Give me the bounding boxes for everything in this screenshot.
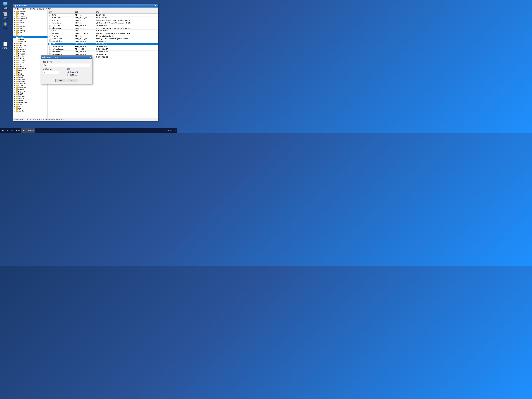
folder-icon — [16, 85, 18, 87]
tree-item[interactable]: ▶NetbiosSml — [13, 91, 48, 93]
tree-item[interactable]: ▶mouhid — [13, 28, 48, 30]
tree-item[interactable]: ▶mouclass — [13, 25, 48, 28]
tree-item[interactable]: ▶mausbip — [13, 13, 48, 15]
table-row[interactable]: StartREG_DWORD0x00000003 (3) — [48, 43, 158, 45]
dialog-data-input[interactable] — [43, 71, 59, 74]
dec-radio[interactable] — [67, 74, 69, 76]
tree-item[interactable]: ▶mountmgr — [13, 30, 48, 32]
table-row[interactable]: abDependOnServ...REG_MULTI_SZmpsdrv bfe … — [48, 17, 158, 19]
desktop-icon-recycle[interactable]: 回收站 — [1, 11, 10, 19]
tree-item-label: mouclass — [18, 25, 25, 27]
tree-item[interactable]: ▶megasr — [13, 19, 48, 21]
menu-help[interactable]: 帮助(H) — [45, 7, 52, 10]
tree-item[interactable]: ▶Netman — [13, 97, 48, 99]
ok-button[interactable]: 确定 — [55, 79, 66, 82]
tree-item[interactable]: ▶mshidkmdf — [13, 49, 48, 51]
value-data-cell: NetworkProvider — [95, 30, 158, 32]
tree-item[interactable]: ▶netprofm — [13, 99, 48, 101]
tree-item[interactable]: ▶megasas2i — [13, 15, 48, 17]
value-type-cell: REG_DWORD — [74, 51, 95, 53]
tree-toggle-icon: ▶ — [14, 17, 16, 19]
tree-item[interactable]: ▼mpssvc — [13, 36, 48, 38]
folder-icon — [16, 76, 18, 78]
tree-item-label: mpsdrv — [18, 34, 23, 36]
value-name-cell: ab(默认) — [48, 14, 74, 17]
tree-item[interactable]: ▶mrxsmb20 — [13, 44, 48, 47]
tree-item[interactable]: ▶NetAdapter — [13, 87, 48, 89]
table-row[interactable]: abGroupREG_SZNetworkProvider — [48, 30, 158, 32]
reg-type-icon: ab — [49, 35, 51, 37]
maximize-button[interactable]: □ — [150, 4, 153, 7]
table-row[interactable]: abImagePathREG_EXPAND_SZ%SystemRoot%\sys… — [48, 32, 158, 35]
table-row[interactable]: SvcMemHardLi...REG_DWORD0x0000001b (27) — [48, 48, 158, 51]
dialog-close-button[interactable]: ✕ — [89, 56, 91, 58]
tree-item[interactable]: ▶MMCSS — [13, 23, 48, 25]
menu-view[interactable]: 查看(V) — [29, 7, 36, 10]
table-row[interactable]: SvcHostSplitDis...REG_DWORD0x00000001 (1… — [48, 45, 158, 48]
minimize-button[interactable]: ─ — [146, 4, 150, 7]
tree-item[interactable]: ▶mpsdrv — [13, 34, 48, 36]
table-row[interactable]: SvcMemSoftLi...REG_DWORD0x0000000c (12) — [48, 53, 158, 56]
table-row[interactable]: ServiceSidTypeREG_DWORD0x00000003 (3) — [48, 40, 158, 43]
tree-item[interactable]: ▶Netlogon — [13, 95, 48, 97]
table-row[interactable]: ab(默认)REG_SZ(数值未设置) — [48, 14, 158, 17]
tree-item[interactable]: ▶.Msfs — [13, 47, 48, 49]
tree-toggle-icon: ▶ — [14, 53, 16, 55]
reg-type-icon: ab — [49, 19, 51, 21]
tree-item[interactable]: ▶NetBIOS — [13, 89, 48, 91]
value-name-cell: Start — [48, 43, 74, 45]
tree-item[interactable]: ▶netvsc — [13, 104, 48, 106]
hex-radio[interactable] — [67, 71, 69, 73]
taskbar-regedit-app[interactable]: 📋 注册表编辑器 — [21, 128, 35, 133]
tree-item[interactable]: Paramet — [13, 38, 48, 40]
desktop-icon-firefox[interactable]: Firefox — [1, 21, 10, 29]
taskbar-search-button[interactable]: 🔍 — [5, 128, 10, 133]
menu-edit[interactable]: 编辑(E) — [21, 7, 29, 10]
menu-file[interactable]: 文件(F) — [14, 7, 21, 10]
menu-favorites[interactable]: 收藏夹(A) — [36, 7, 45, 10]
table-row[interactable]: abDisplayNameREG_SZ@%SystemRoot%\system3… — [48, 22, 158, 24]
reg-type-icon — [49, 40, 51, 42]
table-row[interactable]: SvcMemMidLi...REG_DWORD0x00000014 (20) — [48, 51, 158, 53]
table-row[interactable]: abRequiredPrivile...REG_MULTI_SZSeAssign… — [48, 37, 158, 40]
tree-item[interactable]: ▶NlaSvc — [13, 106, 48, 108]
table-row[interactable]: abObjectNameREG_SZNT Authority\LocalServ… — [48, 35, 158, 37]
tree-item[interactable]: ▶mrxsmb — [13, 42, 48, 44]
tree-item[interactable]: ▶NetSetupSv — [13, 101, 48, 104]
table-row[interactable]: abDescriptionREG_SZ@%SystemRoot%\system3… — [48, 19, 158, 22]
table-row[interactable]: ErrorControlREG_DWORD0x00000001 (1) — [48, 24, 158, 27]
tree-item[interactable]: ▶npsvctriq — [13, 110, 48, 112]
value-name-cell: SvcMemSoftLi... — [48, 53, 74, 56]
folder-icon — [16, 89, 18, 91]
tree-item[interactable]: ▶mlx4_bus — [13, 21, 48, 23]
tree-item[interactable]: ▶mausbhost — [13, 11, 48, 13]
taskbar-fa-app[interactable]: 🔥 FA — [14, 128, 21, 133]
dialog-name-input[interactable] — [43, 63, 90, 67]
start-button[interactable]: ⊞ — [0, 128, 5, 133]
system-icon — [3, 42, 8, 47]
taskbar-volume-icon[interactable]: 🔊 — [168, 130, 170, 131]
tree-item[interactable]: ▶MSiSCSI — [13, 53, 48, 55]
taskbar-network-icon[interactable]: 🌐 — [170, 130, 172, 131]
table-row[interactable]: FailureActionsREG_BINARY80 51 01 00 00 0… — [48, 27, 158, 30]
tree-item[interactable]: ▶Npfs — [13, 108, 48, 110]
tree-item[interactable]: ▶msisadrv — [13, 51, 48, 53]
dialog-name-label: 数值名称(N): — [43, 61, 90, 63]
desktop-icon-thispc[interactable]: 此电脑 — [1, 1, 10, 9]
tree-toggle-icon: ▶ — [14, 21, 16, 23]
dialog-buttons: 确定 取消 — [43, 79, 90, 83]
tree-toggle-icon: ▶ — [14, 13, 16, 15]
taskbar-arrow-icon[interactable]: △ — [166, 130, 167, 131]
tree-item[interactable]: ▶mpi3drvi — [13, 32, 48, 34]
close-button[interactable]: ✕ — [154, 4, 157, 7]
tree-item-label: NetSetupSv — [18, 101, 27, 103]
tree-item[interactable]: ▶ndproxy — [13, 85, 48, 87]
task-view-button[interactable]: ❑ — [10, 128, 14, 133]
cancel-button[interactable]: 取消 — [67, 79, 78, 82]
tree-item[interactable]: ▶NetBT — [13, 93, 48, 95]
value-name-cell: ServiceSidType — [48, 40, 74, 43]
tree-item[interactable]: Security — [13, 40, 48, 42]
desktop-icon-system[interactable]: SYSTEM — [1, 42, 10, 49]
tree-item[interactable]: ▶megasas35i — [13, 17, 48, 19]
folder-icon — [16, 74, 18, 76]
